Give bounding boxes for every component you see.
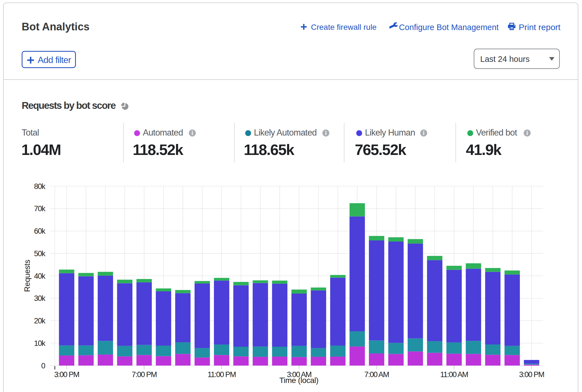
svg-text:7:00 AM: 7:00 AM	[364, 370, 389, 379]
svg-text:10k: 10k	[34, 339, 46, 348]
svg-text:20k: 20k	[34, 317, 46, 325]
svg-text:3:00 PM: 3:00 PM	[519, 370, 544, 379]
svg-text:70k: 70k	[34, 204, 46, 213]
svg-text:Requests: Requests	[23, 260, 31, 292]
svg-text:3:00 PM: 3:00 PM	[54, 370, 79, 379]
svg-text:11:00 AM: 11:00 AM	[440, 370, 468, 379]
svg-text:11:00 PM: 11:00 PM	[207, 370, 236, 379]
svg-text:30k: 30k	[34, 294, 46, 303]
svg-text:7:00 PM: 7:00 PM	[132, 370, 157, 379]
svg-text:0: 0	[41, 362, 45, 370]
svg-text:60k: 60k	[34, 227, 46, 235]
svg-text:50k: 50k	[34, 249, 46, 258]
svg-text:40k: 40k	[34, 272, 46, 280]
svg-text:80k: 80k	[34, 182, 46, 191]
svg-text:Time (local): Time (local)	[279, 376, 318, 385]
